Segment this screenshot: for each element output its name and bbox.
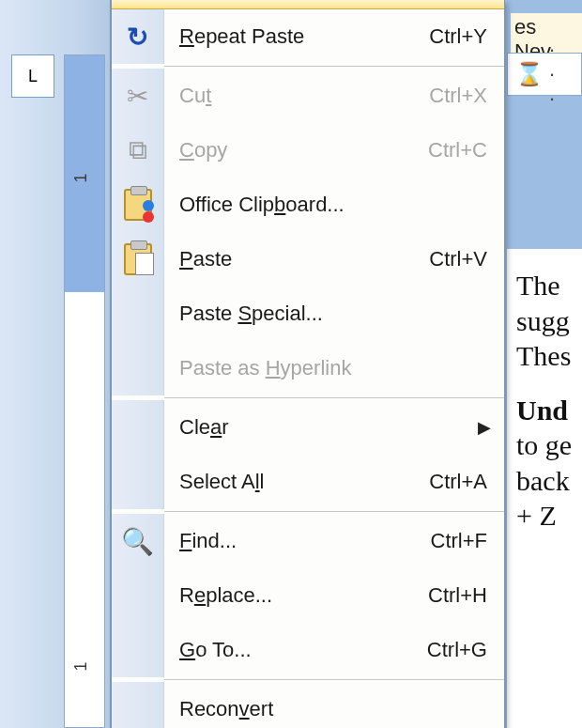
menu-item-shortcut: Ctrl+H [428,583,504,608]
menu-item-label: Find... [164,529,431,553]
menu-separator [164,66,504,67]
menu-item-label: Cut [164,84,429,108]
menu-icon-gutter: ⧉ [112,123,164,178]
menu-icon-gutter [112,623,164,677]
edit-menu: ↻Repeat PasteCtrl+Y✂CutCtrl+X⧉CopyCtrl+C… [111,0,505,728]
menu-item-shortcut: Ctrl+F [431,529,505,553]
menu-item-find[interactable]: 🔍Find...Ctrl+F [112,514,504,568]
doc-line: Thes [516,338,582,374]
menu-item-label: Reconvert [164,697,504,721]
menu-item-shortcut: Ctrl+X [429,84,504,108]
menu-icon-gutter [112,568,164,623]
vertical-ruler[interactable]: 1 1 [64,54,105,728]
scissors-icon: ✂ [122,80,154,112]
menu-separator [164,679,504,680]
copy-icon: ⧉ [122,134,154,166]
menu-item-label: Paste [164,247,429,271]
doc-line: + Z [516,498,582,534]
menu-icon-gutter: 🔍 [112,514,164,568]
menu-item-repeat[interactable]: ↻Repeat PasteCtrl+Y [112,9,504,64]
menu-icon-gutter [112,682,164,728]
menu-separator [164,397,504,398]
menu-icon-gutter [112,232,164,287]
binoculars-icon: 🔍 [122,525,154,557]
menu-item-goto[interactable]: Go To...Ctrl+G [112,623,504,677]
menu-item-label: Go To... [164,638,427,662]
menu-item-shortcut: Ctrl+G [427,638,504,662]
menu-top-highlight [112,0,504,9]
doc-line: Und [516,393,582,428]
menu-item-phyper: Paste as Hyperlink [112,341,504,395]
doc-line: The [516,268,582,303]
menu-item-label: Replace... [164,583,428,608]
menu-separator [164,511,504,512]
menu-item-shortcut: Ctrl+C [428,138,504,163]
menu-item-reconv[interactable]: Reconvert [112,682,504,728]
menu-icon-gutter [112,287,164,341]
menu-icon-gutter: ↻ [112,9,164,64]
horizontal-ruler-fragment[interactable]: ⌛ · · · [507,53,582,96]
doc-line: back [516,463,582,499]
doc-line: sugg [516,303,582,339]
menu-item-label: Office Clipboard... [164,193,504,217]
menu-item-clipboard[interactable]: Office Clipboard... [112,178,504,232]
menu-item-label: Clear [164,415,504,440]
menu-icon-gutter [112,341,164,395]
menu-item-label: Paste as Hyperlink [164,356,504,380]
document-body-fragment: The sugg Thes Und to ge back + Z [507,249,582,728]
menu-item-label: Select All [164,470,429,494]
menu-item-pspecial[interactable]: Paste Special... [112,287,504,341]
repeat-icon: ↻ [122,21,154,53]
paste-icon [122,243,154,275]
ruler-tick: 1 [71,173,91,182]
menu-item-shortcut: Ctrl+V [429,247,504,271]
menu-item-label: Repeat Paste [164,24,429,49]
menu-item-selall[interactable]: Select AllCtrl+A [112,455,504,509]
menu-item-shortcut: Ctrl+A [429,470,504,494]
ruler-dots: · · · [549,38,581,111]
menu-icon-gutter [112,178,164,232]
clipboard-icon [122,189,154,221]
submenu-arrow-icon: ▶ [478,417,491,438]
menu-item-shortcut: Ctrl+Y [429,24,504,49]
menu-icon-gutter [112,400,164,455]
menu-item-paste[interactable]: PasteCtrl+V [112,232,504,287]
menu-item-label: Copy [164,138,428,163]
menu-item-clear[interactable]: Clear▶ [112,400,504,455]
menu-icon-gutter [112,455,164,509]
menu-icon-gutter: ✂ [112,69,164,123]
menu-item-label: Paste Special... [164,302,504,326]
tab-selector[interactable]: L [11,54,54,98]
indent-marker-icon[interactable]: ⌛ [515,61,544,87]
menu-item-copy: ⧉CopyCtrl+C [112,123,504,178]
menu-item-replace[interactable]: Replace...Ctrl+H [112,568,504,623]
ruler-tick: 1 [71,661,91,671]
menu-item-cut: ✂CutCtrl+X [112,69,504,123]
doc-line: to ge [516,427,582,463]
